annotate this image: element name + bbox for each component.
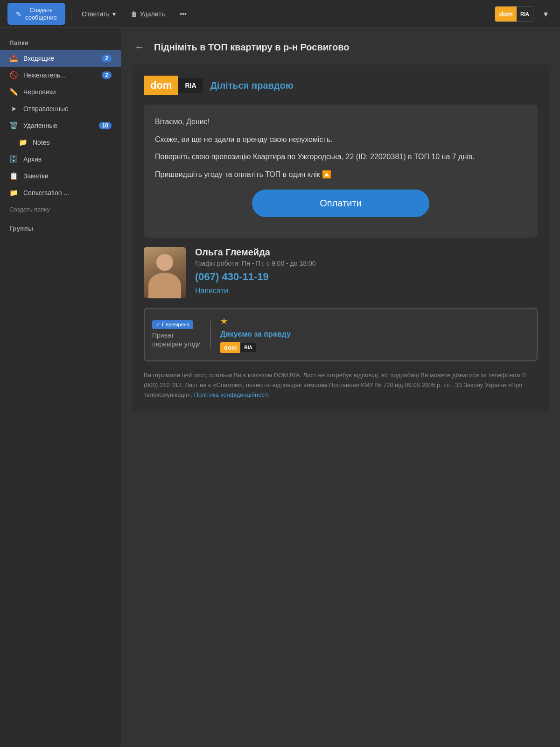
logo-ria: RIA [517, 7, 533, 21]
pay-label: Оплатити [320, 198, 361, 208]
body-line-3: Пришвидшіть угоду та оплатіть ТОП в один… [155, 169, 526, 181]
email-subject: Підніміть в ТОП квартиру в р-н Росвигово [154, 42, 350, 53]
create-folder-button[interactable]: Создать папку [0, 201, 121, 218]
archive-icon: 🗄️ [9, 155, 18, 163]
body-line-2: Поверніть свою пропозицію Квартира по Уж… [155, 151, 526, 163]
back-button[interactable]: ← [133, 39, 147, 55]
trash-icon: 🗑 [131, 10, 137, 18]
promo-logo-small: dom RIA [220, 342, 256, 353]
verified-label: Перевірено [162, 322, 189, 327]
archive-label: Архив [23, 155, 42, 163]
inbox-badge: 2 [102, 55, 112, 62]
sidebar-item-zamet[interactable]: 📋 Заметки [0, 168, 121, 184]
sidebar-item-notes[interactable]: 📁 Notes [0, 134, 121, 151]
delete-label: Удалить [140, 10, 165, 18]
verified-icon: ✓ [156, 322, 160, 328]
spam-label: Нежелатель... [23, 71, 66, 79]
reply-button[interactable]: Ответить ▾ [77, 7, 120, 21]
chevron-down-icon[interactable]: ▾ [539, 6, 553, 22]
back-icon: ← [134, 41, 145, 53]
logo-dom: dom [495, 7, 517, 21]
email-tagline: Діліться правдою [210, 80, 294, 91]
email-card: dom RIA Діліться правдою Вітаємо, Денис!… [133, 64, 549, 411]
sent-label: Отправленные [23, 105, 69, 113]
notes-folder-icon: 📁 [19, 138, 27, 147]
groups-title: Группы [9, 225, 112, 232]
sidebar: Папки 📥 Входящие 2 🚫 Нежелатель... 2 ✏️ … [0, 28, 121, 747]
promo-logo-dom-sm: dom [220, 342, 240, 353]
email-content: ← Підніміть в ТОП квартиру в р-н Росвиго… [121, 28, 560, 747]
footer-link[interactable]: Політика конфіденційності [194, 391, 269, 398]
compose-icon: ✎ [16, 10, 21, 18]
notes-label: Notes [33, 139, 50, 146]
sidebar-item-archive[interactable]: 🗄️ Архив [0, 151, 121, 168]
spam-icon: 🚫 [9, 71, 18, 79]
promo-line1: Приват [152, 331, 201, 340]
sidebar-item-inbox[interactable]: 📥 Входящие 2 [0, 50, 121, 67]
folders-title: Папки [0, 35, 121, 50]
logo-badge: dom RIA [495, 6, 533, 22]
email-body: Вітаємо, Денис! Схоже, ви ще не здали в … [144, 105, 538, 238]
email-logo-row: dom RIA Діліться правдою [144, 76, 538, 95]
drafts-icon: ✏️ [9, 88, 18, 96]
agent-info: Ольга Глемейда Графік роботи: Пн - Пт, с… [195, 247, 538, 295]
pay-button[interactable]: Оплатити [252, 190, 429, 217]
more-button[interactable]: ••• [175, 7, 191, 21]
agent-phone: (067) 430-11-19 [195, 271, 538, 283]
sidebar-item-sent[interactable]: ➤ Отправленные [0, 100, 121, 117]
email-logo-dom: dom [144, 76, 178, 95]
sent-icon: ➤ [9, 105, 18, 113]
promo-separator [210, 321, 211, 349]
zamet-icon: 📋 [9, 172, 18, 180]
promo-thanks: Дякуємо за правду [220, 330, 291, 338]
agent-name: Ольга Глемейда [195, 247, 538, 258]
groups-section: Группы [0, 218, 121, 236]
agent-write-link[interactable]: Написати [195, 287, 538, 295]
promo-right-content: ★ Дякуємо за правду dom RIA [220, 316, 291, 353]
inbox-label: Входящие [23, 55, 54, 62]
conversation-icon: 📁 [9, 189, 18, 197]
compose-label: Создать сообщение [25, 7, 57, 21]
body-line-1: Схоже, ви ще не здали в оренду свою неру… [155, 134, 526, 146]
agent-schedule: Графік роботи: Пн - Пт, с 9:00 - до 18:0… [195, 260, 538, 267]
deleted-badge: 10 [99, 122, 112, 129]
agent-photo [144, 247, 186, 298]
promo-logo-ria-sm: RIA [240, 343, 256, 352]
footer-link-text: Політика конфіденційності [194, 391, 269, 398]
spam-badge: 2 [102, 71, 112, 79]
promo-star: ★ [220, 316, 228, 326]
email-header-row: ← Підніміть в ТОП квартиру в р-н Росвиго… [133, 39, 549, 55]
promo-text: Приват перевірен угоди [152, 331, 201, 349]
more-icon: ••• [180, 10, 187, 18]
deleted-icon: 🗑️ [9, 121, 18, 130]
promo-left: ✓ Перевірено Приват перевірен угоди [152, 320, 201, 349]
main-layout: Папки 📥 Входящие 2 🚫 Нежелатель... 2 ✏️ … [0, 28, 560, 747]
email-logo-ria: RIA [178, 78, 203, 93]
reply-label: Ответить [82, 10, 110, 18]
sidebar-item-spam[interactable]: 🚫 Нежелатель... 2 [0, 67, 121, 84]
promo-line2: перевірен угоди [152, 340, 201, 349]
zamet-label: Заметки [23, 172, 49, 180]
sidebar-item-deleted[interactable]: 🗑️ Удаленные 10 [0, 117, 121, 134]
inbox-icon: 📥 [9, 54, 18, 63]
sidebar-item-drafts[interactable]: ✏️ Черновики [0, 84, 121, 100]
create-folder-label: Создать папку [9, 206, 50, 213]
promo-right [210, 321, 211, 349]
conversation-label: Conversation ... [23, 189, 69, 197]
toolbar: ✎ Создать сообщение Ответить ▾ 🗑 Удалить… [0, 0, 560, 28]
delete-button[interactable]: 🗑 Удалить [126, 7, 169, 21]
drafts-label: Черновики [23, 88, 56, 96]
dropdown-icon: ▾ [112, 10, 116, 18]
promo-banner: ✓ Перевірено Приват перевірен угоди ★ Дя… [144, 308, 538, 361]
compose-button[interactable]: ✎ Создать сообщение [7, 3, 65, 25]
sidebar-item-conversation[interactable]: 📁 Conversation ... [0, 184, 121, 201]
email-footer: Ви отримали цей лист, оскільки Ви є кліє… [144, 371, 538, 400]
greeting: Вітаємо, Денис! [155, 116, 526, 128]
promo-verified: ✓ Перевірено [152, 320, 193, 329]
deleted-label: Удаленные [23, 122, 57, 129]
toolbar-divider [71, 8, 71, 20]
agent-card: Ольга Глемейда Графік роботи: Пн - Пт, с… [144, 247, 538, 298]
